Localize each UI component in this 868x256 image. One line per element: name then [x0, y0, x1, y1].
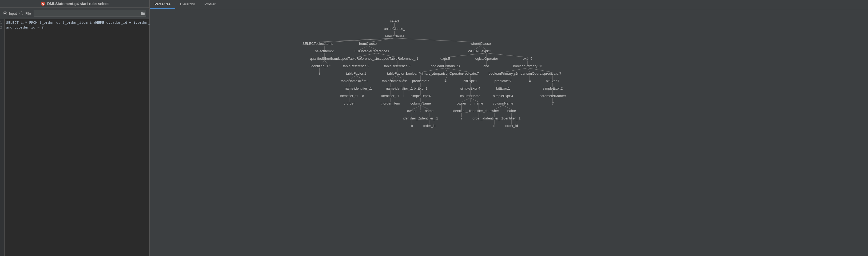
- tree-node[interactable]: identifier_:1: [403, 116, 421, 120]
- tree-node[interactable]: tableReferences: [364, 49, 389, 53]
- tree-node[interactable]: booleanPrimary_:1: [488, 71, 518, 75]
- tree-node[interactable]: bitExpr:1: [496, 86, 510, 90]
- tree-node[interactable]: alias:1: [399, 79, 409, 83]
- tree-node[interactable]: selectItems: [316, 42, 333, 45]
- tree-node[interactable]: identifier_:1: [381, 94, 399, 98]
- tree-node[interactable]: selectItem:2: [315, 49, 334, 53]
- tree-node[interactable]: name: [425, 109, 434, 113]
- tree-node[interactable]: qualifiedShorthand: [310, 57, 339, 61]
- tree-node[interactable]: whereClause: [470, 42, 491, 45]
- tree-node[interactable]: .: [502, 109, 504, 113]
- tree-node[interactable]: identifier_:1: [420, 116, 438, 120]
- tree-node[interactable]: identifier_:1: [485, 116, 503, 120]
- tree-node[interactable]: identifier_:1: [502, 116, 520, 120]
- tree-node[interactable]: i: [319, 71, 320, 75]
- parse-tree-canvas[interactable]: selectunionClause_selectClauseSELECTsele…: [150, 9, 868, 256]
- tree-node[interactable]: bitExpr:1: [414, 86, 427, 90]
- tree-node[interactable]: owner: [490, 109, 499, 113]
- tree-node[interactable]: order_id: [472, 116, 485, 120]
- tree-node[interactable]: escapedTableReference_:1: [335, 57, 377, 61]
- tree-node[interactable]: name: [345, 86, 354, 90]
- tree-node[interactable]: bitExpr:1: [463, 79, 477, 83]
- tree-node[interactable]: selectClause: [385, 34, 404, 38]
- tree-node[interactable]: predicate:7: [544, 71, 561, 75]
- tree-node[interactable]: predicate:7: [462, 71, 479, 75]
- tree-node[interactable]: predicate:7: [412, 79, 429, 83]
- tree-node[interactable]: simpleExpr:2: [542, 86, 563, 90]
- tree-node[interactable]: logicalOperator: [474, 57, 498, 61]
- tree-node[interactable]: o: [411, 124, 413, 128]
- folder-icon[interactable]: [141, 11, 145, 15]
- tree-node[interactable]: .*: [329, 64, 331, 68]
- tree-node[interactable]: columnName: [493, 101, 514, 105]
- tree-node[interactable]: expr:5: [523, 57, 532, 61]
- tree-node[interactable]: and: [483, 64, 489, 68]
- tree-node[interactable]: tableReference:2: [384, 64, 410, 68]
- tree-node[interactable]: identifier_:1: [470, 109, 488, 113]
- tree-node[interactable]: t_order: [344, 101, 354, 105]
- tree-node[interactable]: tableName: [382, 79, 399, 83]
- tree-node[interactable]: ?: [552, 101, 554, 105]
- tab-parse-tree[interactable]: Parse tree: [150, 0, 175, 9]
- tree-node[interactable]: identifier_:1: [310, 64, 329, 68]
- tree-node[interactable]: identifier_:1: [340, 94, 358, 98]
- tree-node[interactable]: booleanPrimary_:3: [513, 64, 542, 68]
- tree-node[interactable]: identifier_:1: [395, 86, 413, 90]
- tree-node[interactable]: alias:1: [358, 79, 368, 83]
- tree-node[interactable]: columnName: [410, 101, 431, 105]
- tree-node[interactable]: name: [474, 101, 483, 105]
- tree-node[interactable]: FROM: [354, 49, 365, 53]
- tree-node[interactable]: tableFactor:1: [387, 71, 407, 75]
- tree-node[interactable]: identifier_:1: [453, 109, 470, 113]
- tree-node[interactable]: i: [404, 94, 404, 98]
- tree-node[interactable]: name: [386, 86, 395, 90]
- tree-node[interactable]: WHERE: [468, 49, 481, 53]
- tree-node[interactable]: t_order_item: [381, 101, 400, 105]
- radio-file[interactable]: [20, 11, 23, 15]
- antlr-icon: A: [41, 2, 45, 6]
- tree-node[interactable]: .: [420, 109, 421, 113]
- tree-node[interactable]: fromClause: [359, 42, 377, 45]
- tree-node[interactable]: comparisonOperator: [432, 71, 463, 75]
- editor[interactable]: 12 SELECT i.* FROM t_order o, t_order_it…: [0, 19, 149, 256]
- tree-node[interactable]: name: [507, 109, 516, 113]
- tree-node[interactable]: booleanPrimary_:3: [431, 64, 460, 68]
- tree-node[interactable]: expr:5: [440, 57, 450, 61]
- tree-node[interactable]: identifier_:1: [354, 86, 372, 90]
- tree-node[interactable]: simpleExpr:4: [460, 86, 480, 90]
- tree-node[interactable]: predicate:7: [495, 79, 512, 83]
- tree-node[interactable]: columnName: [460, 94, 481, 98]
- tree-node[interactable]: order_id: [423, 124, 436, 128]
- tree-node[interactable]: unionClause_: [384, 27, 405, 31]
- tree-node[interactable]: select: [390, 19, 399, 23]
- tree-node[interactable]: SELECT: [303, 42, 316, 45]
- tree-node[interactable]: tableFactor:1: [346, 71, 366, 75]
- tab-profiler[interactable]: Profiler: [200, 0, 220, 9]
- tree-node[interactable]: i: [461, 116, 462, 120]
- right-panel: Parse tree Hierarchy Profiler selectunio…: [150, 0, 868, 256]
- radio-input[interactable]: [3, 11, 7, 15]
- tree-node[interactable]: .: [470, 101, 471, 105]
- tree-node[interactable]: owner: [457, 101, 466, 105]
- tree-node[interactable]: owner: [407, 109, 416, 113]
- tree-node[interactable]: =: [529, 79, 531, 83]
- tree-node[interactable]: o: [493, 124, 495, 128]
- tree-node[interactable]: tableReference:2: [343, 64, 369, 68]
- tree-node[interactable]: o: [362, 94, 364, 98]
- tree-node[interactable]: tableName: [341, 79, 358, 83]
- tree-node[interactable]: =: [444, 79, 446, 83]
- file-path-input[interactable]: [34, 10, 146, 17]
- tree-node[interactable]: booleanPrimary_:1: [406, 71, 435, 75]
- tree-node[interactable]: order_id: [505, 124, 518, 128]
- tree-node[interactable]: simpleExpr:4: [410, 94, 431, 98]
- header-title: DMLStatement.g4 start rule: select: [47, 2, 108, 6]
- tree-node[interactable]: escapedTableReference_:1: [376, 57, 418, 61]
- tree-node[interactable]: expr:1: [482, 49, 491, 53]
- radio-input-label: Input: [9, 11, 17, 15]
- code-area[interactable]: SELECT i.* FROM t_order o, t_order_item …: [4, 19, 156, 256]
- tree-node[interactable]: parameterMarker: [539, 94, 566, 98]
- tree-node[interactable]: simpleExpr:4: [493, 94, 513, 98]
- tree-node[interactable]: bitExpr:1: [546, 79, 559, 83]
- tree-node[interactable]: comparisonOperator: [514, 71, 546, 75]
- tab-hierarchy[interactable]: Hierarchy: [175, 0, 200, 9]
